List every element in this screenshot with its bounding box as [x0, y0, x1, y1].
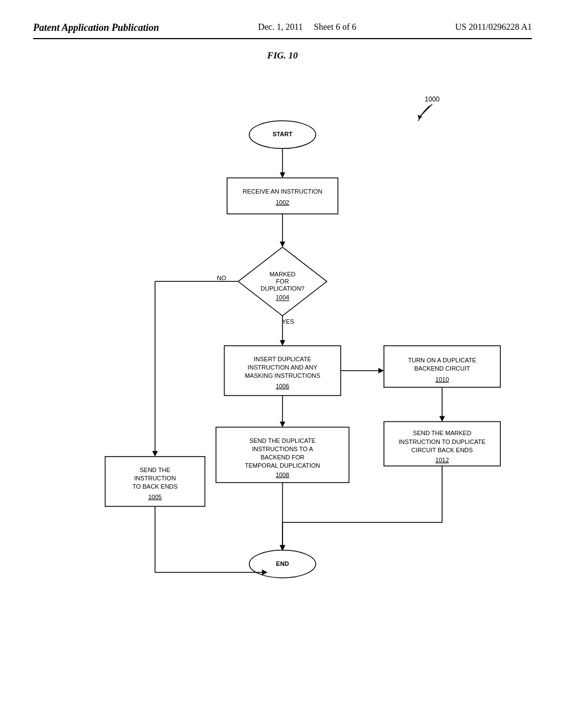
insert-text1: INSERT DUPLICATE: [254, 356, 311, 362]
start-label: START: [273, 131, 292, 137]
send-dup-text3: BACKEND FOR: [260, 454, 305, 461]
svg-marker-10: [280, 421, 285, 427]
insert-text2: INSTRUCTION AND ANY: [248, 364, 318, 371]
fig-title: FIG. 10: [33, 50, 532, 61]
svg-marker-4: [280, 172, 285, 178]
diamond-text2: FOR: [276, 278, 289, 285]
send-dup-text1: SEND THE DUPLICATE: [249, 437, 316, 444]
diagram-container: 1000 START RECEIVE AN INSTRUCTION 1002 M…: [33, 72, 532, 651]
yes-label: YES: [282, 318, 294, 325]
header-center: Dec. 1, 2011 Sheet 6 of 6: [258, 22, 356, 32]
header-sheet: Sheet 6 of 6: [314, 22, 356, 31]
no-label: NO: [217, 275, 226, 281]
turn-on-text1: TURN ON A DUPLICATE: [408, 357, 476, 363]
send-marked-id: 1012: [435, 457, 449, 463]
insert-id: 1006: [276, 383, 290, 389]
page: Patent Application Publication Dec. 1, 2…: [0, 0, 565, 728]
send-marked-text2: INSTRUCTION TO DUPLICATE: [399, 438, 486, 445]
send-marked-text1: SEND THE MARKED: [413, 430, 471, 436]
send-dup-text2: INSTRUCTIONS TO A: [252, 446, 313, 452]
send-marked-text3: CIRCUIT BACK ENDS: [412, 447, 473, 453]
header: Patent Application Publication Dec. 1, 2…: [33, 22, 532, 39]
receive-text1: RECEIVE AN INSTRUCTION: [243, 188, 323, 195]
turn-on-id: 1010: [435, 376, 449, 383]
ref-label-1000: 1000: [425, 95, 440, 103]
diamond-text3: DUPLICATION?: [260, 285, 304, 292]
svg-marker-18: [379, 368, 384, 373]
header-left: Patent Application Publication: [33, 22, 159, 34]
receive-node: [227, 178, 338, 214]
svg-marker-13: [152, 451, 158, 457]
receive-id: 1002: [276, 199, 290, 206]
send-instr-text3: TO BACK ENDS: [132, 483, 178, 490]
svg-marker-20: [439, 416, 445, 421]
svg-marker-8: [280, 340, 285, 346]
header-date: Dec. 1, 2011: [258, 22, 303, 31]
insert-text3: MASKING INSTRUCTIONS: [245, 372, 321, 379]
send-dup-text4: TEMPORAL DUPLICATION: [245, 462, 321, 469]
diamond-text1: MARKED: [269, 271, 295, 277]
send-dup-id: 1008: [276, 472, 290, 478]
svg-marker-6: [280, 242, 285, 247]
header-right: US 2011/0296228 A1: [455, 22, 532, 32]
end-label: END: [276, 560, 289, 567]
send-instr-text1: SEND THE: [140, 467, 170, 473]
send-instr-id: 1005: [148, 494, 162, 500]
turn-on-text2: BACKEND CIRCUIT: [414, 365, 470, 372]
diamond-id: 1004: [276, 294, 290, 301]
send-instr-text2: INSTRUCTION: [134, 475, 175, 481]
svg-marker-16: [262, 570, 268, 575]
